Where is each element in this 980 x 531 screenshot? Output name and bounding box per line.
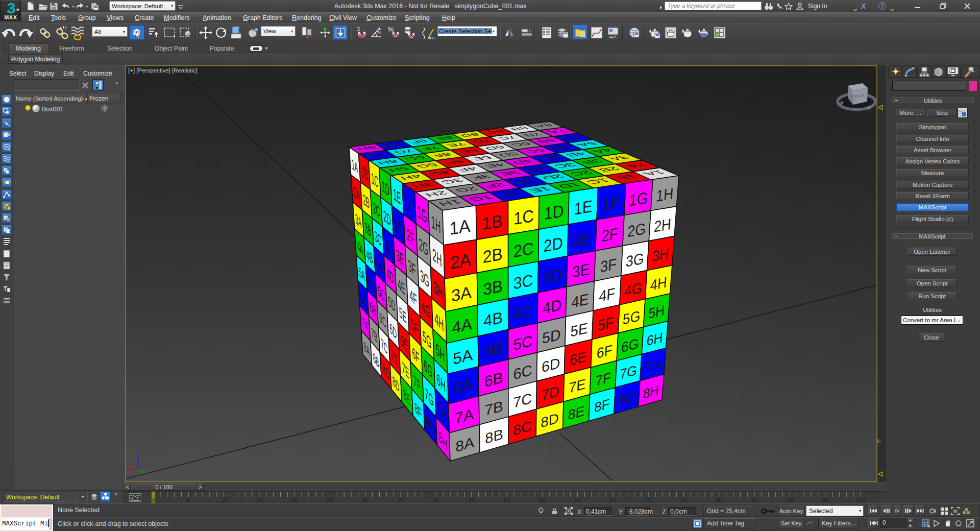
svg-text:[+] [Perspective] [Realistic]: [+] [Perspective] [Realistic]: [128, 67, 198, 74]
svg-text:1D: 1D: [544, 201, 564, 224]
svg-text:4F: 4F: [599, 284, 616, 305]
svg-text:50: 50: [504, 497, 510, 503]
svg-text:3A: 3A: [451, 282, 472, 305]
svg-text:2H: 2H: [653, 215, 672, 235]
svg-text:1E: 1E: [574, 197, 593, 219]
svg-text:70: 70: [645, 497, 651, 503]
svg-text:2C: 2C: [513, 239, 534, 261]
svg-text:1H: 1H: [655, 185, 674, 205]
svg-text:3: 3: [7, 1, 16, 15]
svg-text:80: 80: [716, 497, 722, 503]
svg-text:1G: 1G: [629, 188, 648, 209]
svg-text:90: 90: [787, 497, 793, 503]
svg-text:15: 15: [256, 497, 262, 503]
svg-text:5H: 5H: [648, 302, 665, 322]
svg-text:25: 25: [327, 497, 333, 503]
svg-text:1: 1: [510, 33, 513, 38]
svg-text:2G: 2G: [627, 220, 646, 240]
svg-text:3F: 3F: [600, 255, 617, 276]
svg-text:85: 85: [751, 497, 757, 503]
svg-text:%: %: [388, 26, 394, 33]
svg-text:4D: 4D: [543, 296, 562, 317]
svg-text:3D: 3D: [543, 265, 562, 287]
svg-text:ABC: ABC: [428, 36, 435, 39]
svg-text:20: 20: [291, 497, 298, 503]
svg-text:3B: 3B: [483, 277, 503, 299]
svg-text:1F: 1F: [602, 192, 620, 213]
svg-text:2D: 2D: [544, 234, 564, 256]
svg-text:2A: 2A: [450, 250, 472, 273]
svg-text:1B: 1B: [482, 210, 503, 233]
svg-text:1A: 1A: [449, 215, 471, 238]
svg-text:3E: 3E: [572, 260, 590, 281]
svg-text:3C: 3C: [513, 271, 533, 293]
svg-text:2B: 2B: [482, 244, 502, 267]
svg-text:55: 55: [539, 497, 545, 503]
svg-text:75: 75: [680, 497, 687, 503]
svg-text:3G: 3G: [625, 250, 644, 271]
svg-text:3: 3: [357, 26, 360, 32]
svg-text:4E: 4E: [571, 290, 589, 311]
svg-text:2E: 2E: [573, 229, 591, 250]
svg-text:5: 5: [187, 497, 190, 503]
svg-text:30: 30: [362, 497, 369, 503]
svg-text:35: 35: [398, 497, 404, 503]
svg-text:65: 65: [610, 497, 616, 503]
svg-text:40: 40: [433, 497, 439, 503]
svg-text:95: 95: [822, 497, 828, 503]
svg-text:1C: 1C: [513, 206, 534, 229]
svg-text:10: 10: [220, 497, 227, 503]
svg-text:3H: 3H: [652, 245, 670, 265]
svg-text:2F: 2F: [601, 224, 619, 245]
svg-text:45: 45: [469, 497, 475, 503]
svg-text:x: x: [127, 463, 130, 468]
svg-text:}: }: [8, 180, 11, 186]
svg-text:y: y: [145, 467, 148, 472]
svg-text:0: 0: [152, 497, 155, 503]
svg-text:60: 60: [574, 497, 580, 503]
svg-text:z: z: [138, 451, 140, 456]
svg-text:100: 100: [856, 497, 865, 503]
